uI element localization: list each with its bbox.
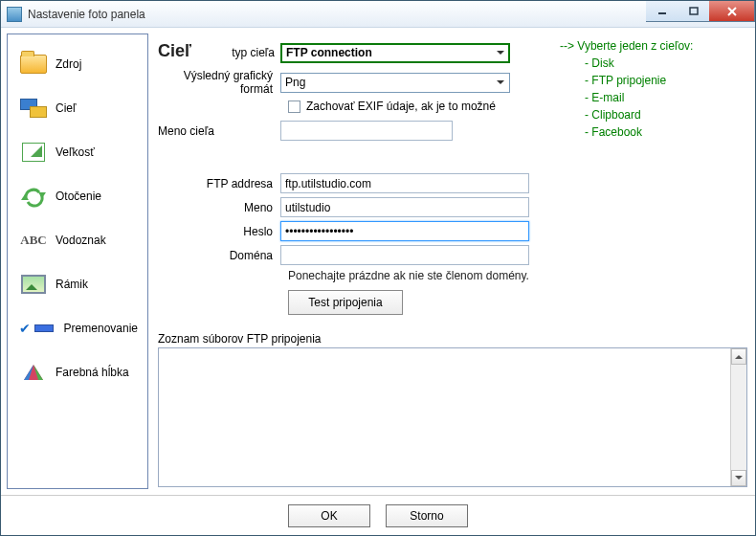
- titlebar: Nastavenie foto panela: [1, 1, 755, 28]
- sidebar-item-velkost[interactable]: Veľkosť: [8, 130, 147, 174]
- checkmark-icon: ✔: [19, 321, 31, 336]
- sidebar-item-label: Otočenie: [56, 190, 101, 203]
- window: Nastavenie foto panela Zdroj Cieľ Veľkos…: [0, 0, 756, 536]
- sidebar-item-label: Farebná hĺbka: [56, 366, 129, 379]
- sidebar-item-label: Rámik: [56, 278, 88, 291]
- footer: OK Storno: [1, 495, 755, 535]
- format-select[interactable]: Png: [280, 73, 510, 93]
- ftp-address-label: FTP addresa: [158, 177, 280, 190]
- hint-item: - Clipboard: [585, 106, 747, 123]
- size-icon: [19, 140, 48, 165]
- domena-label: Doména: [158, 249, 280, 262]
- sidebar-item-otocenie[interactable]: Otočenie: [8, 174, 147, 218]
- sidebar-item-farebna-hlbka[interactable]: Farebná hĺbka: [8, 350, 147, 394]
- sidebar-item-label: Vodoznak: [56, 234, 106, 247]
- hint-lead: --> Vyberte jeden z cieľov:: [560, 37, 747, 55]
- rotate-icon: [19, 184, 48, 209]
- app-icon: [7, 7, 22, 22]
- sidebar-item-ramik[interactable]: Rámik: [8, 262, 147, 306]
- sidebar-item-ciel[interactable]: Cieľ: [8, 86, 147, 130]
- format-label: Výsledný grafický formát: [158, 69, 280, 96]
- typ-ciela-select[interactable]: FTP connection: [280, 43, 510, 63]
- close-button[interactable]: [709, 1, 755, 22]
- sidebar-item-vodoznak[interactable]: ABC Vodoznak: [8, 218, 147, 262]
- sidebar-item-label: Cieľ: [56, 101, 77, 115]
- meno-ciela-label: Meno cieľa: [158, 124, 280, 138]
- svg-rect-1: [690, 8, 698, 14]
- meno-ciela-input[interactable]: [280, 121, 453, 141]
- hint-item: - Disk: [585, 55, 747, 72]
- sidebar-item-label: Zdroj: [56, 57, 81, 71]
- domena-note: Ponechajte prázdne ak nie ste členom dom…: [288, 269, 550, 282]
- cancel-button[interactable]: Storno: [386, 504, 468, 527]
- minimize-button[interactable]: [646, 1, 678, 22]
- list-label: Zoznam súborov FTP pripojenia: [158, 332, 747, 346]
- frame-icon: [19, 272, 48, 297]
- svg-marker-2: [21, 194, 29, 200]
- exif-label: Zachovať EXIF údaje, ak je to možné: [306, 100, 496, 113]
- svg-rect-0: [658, 12, 666, 14]
- sidebar: Zdroj Cieľ Veľkosť Otočenie ABC Vodoznak: [7, 34, 148, 489]
- typ-label: typ cieľa: [225, 46, 280, 59]
- hint-panel: --> Vyberte jeden z cieľov: - Disk - FTP…: [556, 37, 747, 315]
- target-icon: [19, 96, 48, 121]
- scroll-down-button[interactable]: [731, 470, 746, 486]
- ok-button[interactable]: OK: [288, 504, 370, 527]
- folder-icon: [19, 52, 48, 77]
- heslo-label: Heslo: [158, 225, 280, 238]
- hint-item: - Facebook: [585, 123, 747, 141]
- color-depth-icon: [19, 360, 48, 385]
- scrollbar[interactable]: [730, 348, 746, 486]
- sidebar-item-label: Premenovanie: [64, 322, 138, 335]
- window-title: Nastavenie foto panela: [28, 8, 647, 21]
- section-heading: Cieľ: [158, 41, 191, 61]
- domena-input[interactable]: [280, 245, 529, 265]
- exif-checkbox[interactable]: [288, 100, 300, 113]
- main-panel: Cieľ typ cieľa FTP connection Výsledný g…: [148, 28, 755, 495]
- meno-label: Meno: [158, 201, 280, 214]
- svg-marker-3: [38, 192, 46, 198]
- sidebar-item-zdroj[interactable]: Zdroj: [8, 42, 147, 86]
- watermark-icon: ABC: [19, 228, 48, 253]
- rename-icon: [33, 316, 56, 341]
- meno-input[interactable]: [280, 197, 529, 217]
- test-connection-button[interactable]: Test pripojenia: [288, 290, 403, 315]
- maximize-button[interactable]: [678, 1, 710, 22]
- ftp-address-input[interactable]: [280, 173, 529, 193]
- sidebar-item-label: Veľkosť: [56, 145, 95, 159]
- scroll-up-button[interactable]: [731, 348, 746, 365]
- hint-item: - FTP pripojenie: [585, 72, 747, 89]
- ftp-file-list[interactable]: [158, 347, 747, 487]
- hint-item: - E-mail: [585, 89, 747, 106]
- heslo-input[interactable]: [280, 221, 529, 241]
- sidebar-item-premenovanie[interactable]: ✔ Premenovanie: [8, 306, 147, 350]
